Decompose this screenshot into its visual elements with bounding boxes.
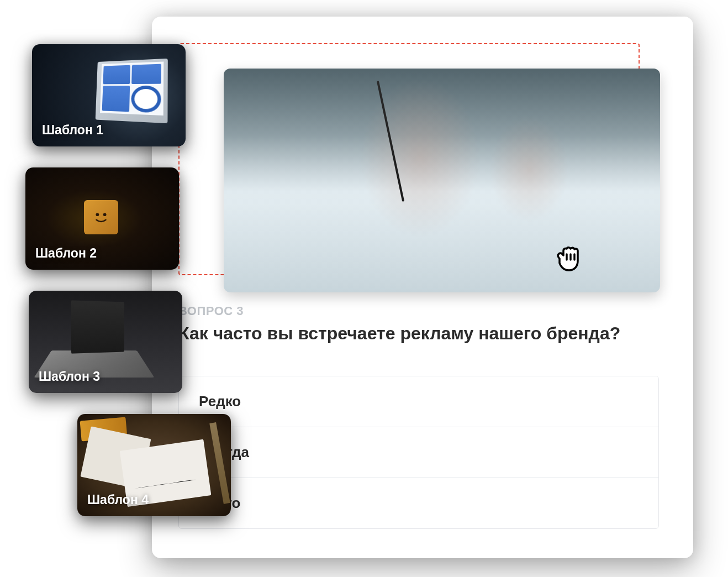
survey-editor-card: ВОПРОС 3 Как часто вы встречаете рекламу… <box>152 17 693 558</box>
template-label: Шаблон 4 <box>87 492 149 507</box>
answer-option[interactable]: Часто <box>179 478 658 528</box>
svg-point-3 <box>96 213 99 217</box>
template-label: Шаблон 2 <box>35 246 97 261</box>
answer-option[interactable]: Редко <box>179 376 658 427</box>
question-title[interactable]: Как часто вы встречаете рекламу нашего б… <box>178 323 620 344</box>
question-image[interactable] <box>224 69 660 292</box>
template-card-3[interactable]: Шаблон 3 <box>29 291 182 393</box>
question-number-label: ВОПРОС 3 <box>178 304 244 318</box>
smiley-icon <box>84 200 118 234</box>
grab-cursor-icon <box>553 243 585 273</box>
template-gallery-sidebar: Шаблон 1 Шаблон 2 Шаблон 3 Шаблон 4 <box>32 44 186 516</box>
template-label: Шаблон 1 <box>42 123 103 138</box>
svg-point-4 <box>103 213 106 217</box>
answer-option[interactable]: Иногда <box>179 427 658 478</box>
template-card-1[interactable]: Шаблон 1 <box>32 44 186 146</box>
template-label: Шаблон 3 <box>39 369 100 384</box>
answer-options-list: Редко Иногда Часто <box>178 376 659 529</box>
template-card-2[interactable]: Шаблон 2 <box>25 167 179 270</box>
template-card-4[interactable]: Шаблон 4 <box>77 414 231 516</box>
